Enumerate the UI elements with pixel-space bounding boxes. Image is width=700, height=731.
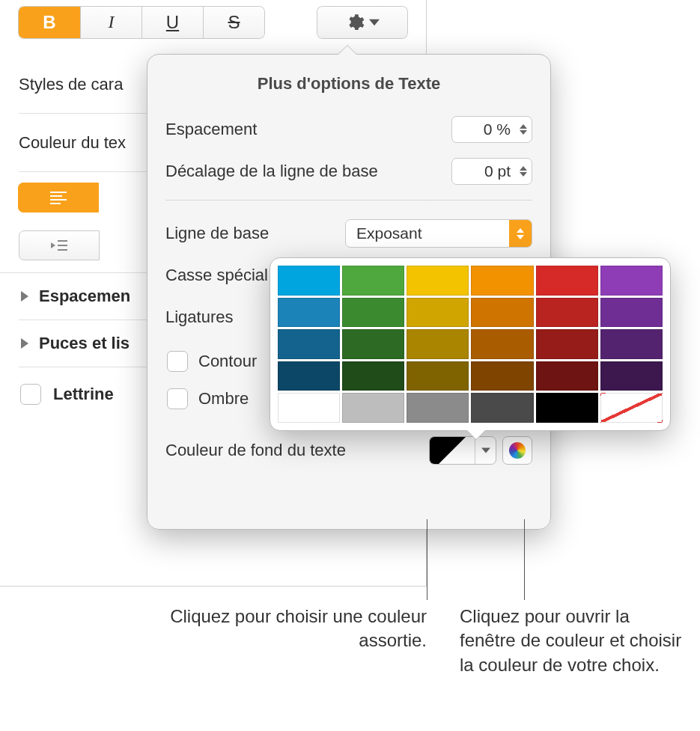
italic-label: I	[109, 12, 115, 32]
outline-label: Contour	[198, 352, 257, 371]
palette-swatch[interactable]	[278, 298, 340, 328]
strikethrough-button[interactable]: S	[203, 7, 264, 38]
baseline-shift-stepper[interactable]: 0 pt	[451, 158, 532, 185]
select-arrows-icon	[509, 220, 532, 247]
text-bg-color-label: Couleur de fond du texte	[165, 441, 429, 460]
bold-button[interactable]: B	[19, 7, 80, 38]
color-wheel-button[interactable]	[502, 436, 532, 465]
baseline-label: Ligne de base	[165, 224, 345, 243]
palette-swatch[interactable]	[600, 361, 663, 391]
shadow-checkbox[interactable]	[167, 388, 188, 409]
palette-swatch[interactable]	[471, 298, 533, 328]
underline-label: U	[166, 12, 179, 33]
baseline-value: Exposant	[356, 224, 422, 242]
palette-swatch[interactable]	[407, 266, 469, 296]
baseline-shift-row: Décalage de la ligne de base 0 pt	[165, 150, 532, 192]
dropcap-label: Lettrine	[53, 385, 114, 404]
palette-swatch[interactable]	[278, 393, 340, 423]
dropcap-checkbox[interactable]	[20, 384, 41, 405]
spacing-value: 0 %	[484, 120, 511, 138]
color-palette-popover	[270, 257, 671, 431]
palette-swatch[interactable]	[342, 361, 404, 391]
palette-swatch[interactable]	[471, 361, 533, 391]
stepper-arrows-icon	[520, 124, 527, 135]
palette-swatch[interactable]	[278, 361, 340, 391]
spacing-row: Espacement 0 %	[165, 108, 532, 150]
palette-swatch[interactable]	[536, 298, 598, 328]
char-styles-label: Styles de cara	[19, 75, 123, 94]
palette-swatch[interactable]	[407, 298, 469, 328]
text-color-label: Couleur du tex	[19, 133, 126, 153]
bold-label: B	[43, 12, 55, 33]
callout-left: Cliquez pour choisir une couleur assorti…	[156, 605, 427, 653]
palette-swatch[interactable]	[536, 361, 598, 391]
palette-swatch[interactable]	[471, 329, 533, 359]
italic-button[interactable]: I	[80, 7, 141, 38]
divider	[165, 200, 532, 201]
palette-swatch[interactable]	[342, 266, 404, 296]
align-left-button[interactable]	[18, 183, 99, 212]
outdent-button[interactable]	[19, 230, 100, 260]
palette-swatch[interactable]	[407, 361, 469, 391]
spacing-row-label: Espacement	[165, 120, 451, 139]
palette-swatch[interactable]	[536, 393, 598, 423]
bullets-label: Puces et lis	[39, 334, 130, 353]
spacing-label: Espacemen	[39, 287, 130, 306]
palette-swatch[interactable]	[600, 266, 663, 296]
popover-title: Plus d'options de Texte	[147, 55, 550, 108]
stepper-arrows-icon	[520, 166, 527, 177]
chevron-down-icon	[475, 437, 496, 464]
palette-swatch[interactable]	[407, 393, 469, 423]
baseline-row: Ligne de base Exposant	[165, 212, 532, 254]
shadow-label: Ombre	[198, 389, 249, 409]
palette-swatch[interactable]	[342, 298, 404, 328]
palette-swatch[interactable]	[342, 393, 404, 423]
disclosure-triangle-icon	[21, 338, 28, 349]
palette-swatch[interactable]	[407, 329, 469, 359]
strike-label: S	[228, 12, 240, 33]
underline-button[interactable]: U	[141, 7, 203, 38]
color-palette-grid	[278, 266, 663, 423]
baseline-select[interactable]: Exposant	[345, 219, 532, 248]
color-wheel-icon	[509, 442, 526, 459]
callout-leader-line	[524, 519, 525, 600]
callout-right: Cliquez pour ouvrir la fenêtre de couleu…	[460, 605, 683, 677]
color-swatch-icon	[430, 437, 475, 464]
baseline-shift-label: Décalage de la ligne de base	[165, 162, 451, 181]
gear-icon	[345, 13, 365, 32]
baseline-shift-value: 0 pt	[484, 162, 511, 180]
palette-swatch-none[interactable]	[600, 393, 663, 423]
callout-leader-line	[427, 519, 427, 600]
palette-swatch[interactable]	[536, 329, 598, 359]
font-style-toolbar: B I U S	[0, 0, 426, 42]
outdent-icon	[51, 239, 67, 251]
disclosure-triangle-icon	[21, 291, 28, 302]
palette-swatch[interactable]	[278, 266, 340, 296]
outline-checkbox[interactable]	[167, 351, 188, 372]
text-bg-color-well[interactable]	[429, 436, 496, 465]
palette-swatch[interactable]	[536, 266, 598, 296]
more-options-button[interactable]	[317, 7, 407, 38]
palette-swatch[interactable]	[600, 298, 663, 328]
palette-swatch[interactable]	[600, 329, 663, 359]
palette-swatch[interactable]	[278, 329, 340, 359]
style-segmented-control: B I U S	[19, 7, 264, 38]
palette-swatch[interactable]	[471, 266, 533, 296]
palette-swatch[interactable]	[342, 329, 404, 359]
palette-swatch[interactable]	[471, 393, 533, 423]
spacing-stepper[interactable]: 0 %	[451, 116, 532, 143]
chevron-down-icon	[369, 17, 380, 28]
